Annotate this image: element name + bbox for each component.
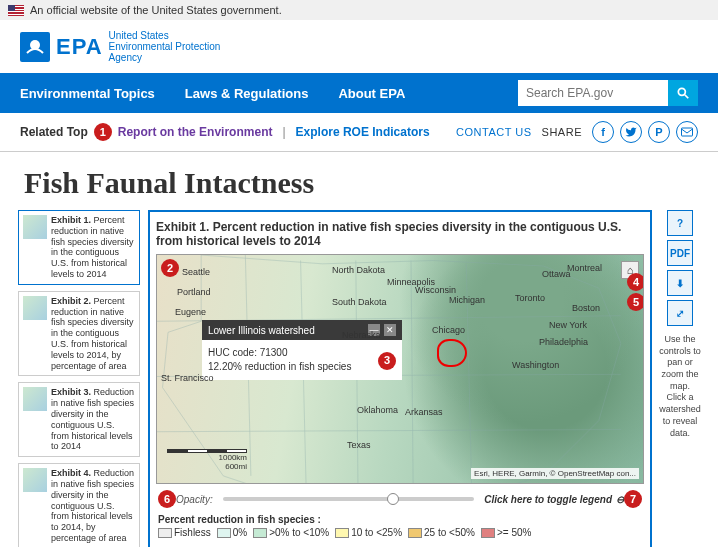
related-label: Related Top: [20, 125, 88, 139]
legend-label: >0% to <10%: [269, 527, 329, 538]
thumb-label: Exhibit 4. Reduction in native fish spec…: [51, 468, 135, 544]
legend-swatch: [481, 528, 495, 538]
map[interactable]: 2 Lower Illinois watershed — ✕ HUC code:…: [156, 254, 644, 484]
nav-item-topics[interactable]: Environmental Topics: [20, 86, 155, 101]
legend-item: Fishless: [158, 527, 211, 538]
pdf-button[interactable]: PDF: [667, 240, 693, 266]
map-attribution: Esri, HERE, Garmin, © OpenStreetMap con.…: [471, 468, 639, 479]
search-button[interactable]: [668, 80, 698, 106]
nav-item-laws[interactable]: Laws & Regulations: [185, 86, 309, 101]
exhibit-thumbnails: Exhibit 1. Percent reduction in native f…: [18, 210, 140, 547]
thumb-label: Exhibit 2. Percent reduction in native f…: [51, 296, 135, 372]
map-label: Wisconsin: [415, 285, 456, 295]
annotation-badge-5: 5: [627, 293, 644, 311]
watershed-popup: Lower Illinois watershed — ✕ HUC code: 7…: [202, 320, 402, 380]
map-label: Montreal: [567, 263, 602, 273]
right-tools: ? PDF ⬇ ⤢ Use the controls to pan or zoo…: [660, 210, 700, 547]
legend-swatch: [253, 528, 267, 538]
legend-label: >= 50%: [497, 527, 531, 538]
share-pinterest-icon[interactable]: P: [648, 121, 670, 143]
contact-us-link[interactable]: CONTACT US: [456, 126, 532, 138]
map-scale: 1000km 600mi: [167, 449, 247, 471]
epa-full-name: United States Environmental Protection A…: [109, 30, 221, 63]
exhibit-thumb-2[interactable]: Exhibit 2. Percent reduction in native f…: [18, 291, 140, 377]
share-label: SHARE: [542, 126, 582, 138]
map-label: Seattle: [182, 267, 210, 277]
opacity-label: Opacity:: [176, 494, 213, 505]
exhibit-thumb-4[interactable]: Exhibit 4. Reduction in native fish spec…: [18, 463, 140, 547]
legend-swatch: [335, 528, 349, 538]
legend-label: Fishless: [174, 527, 211, 538]
thumb-preview-icon: [23, 215, 47, 239]
map-label: St. Francisco: [161, 373, 214, 383]
map-label: Nebraska: [342, 330, 381, 340]
legend-swatch: [217, 528, 231, 538]
map-label: Boston: [572, 303, 600, 313]
share-email-icon[interactable]: [676, 121, 698, 143]
map-label: Washington: [512, 360, 559, 370]
share-twitter-icon[interactable]: [620, 121, 642, 143]
svg-rect-3: [682, 128, 693, 136]
annotation-badge-2: 2: [161, 259, 179, 277]
annotation-badge-3: 3: [378, 352, 396, 370]
map-controls-row: 6 Opacity: Click here to toggle legend ⊖…: [156, 484, 644, 510]
gov-banner-text: An official website of the United States…: [30, 4, 282, 16]
map-label: South Dakota: [332, 297, 387, 307]
link-explore-roe[interactable]: Explore ROE Indicators: [296, 125, 430, 139]
related-bar: Related Top 1 Report on the Environment …: [0, 113, 718, 152]
legend-label: 0%: [233, 527, 247, 538]
expand-button[interactable]: ⤢: [667, 300, 693, 326]
download-button[interactable]: ⬇: [667, 270, 693, 296]
annotation-badge-1: 1: [94, 123, 112, 141]
search-input[interactable]: [518, 80, 668, 106]
page-title: Fish Faunal Intactness: [0, 152, 718, 210]
opacity-slider-thumb[interactable]: [387, 493, 399, 505]
thumb-label: Exhibit 1. Percent reduction in native f…: [51, 215, 135, 280]
gov-banner: An official website of the United States…: [0, 0, 718, 20]
link-report-environment[interactable]: Report on the Environment: [118, 125, 273, 139]
legend-title: Percent reduction in fish species :: [158, 514, 642, 525]
help-button[interactable]: ?: [667, 210, 693, 236]
annotation-badge-7: 7: [624, 490, 642, 508]
exhibit-thumb-3[interactable]: Exhibit 3. Reduction in native fish spec…: [18, 382, 140, 457]
legend-item: 0%: [217, 527, 247, 538]
nav-links: Environmental Topics Laws & Regulations …: [20, 86, 405, 101]
exhibit-panel: Exhibit 1. Percent reduction in native f…: [148, 210, 652, 547]
legend-item: 10 to <25%: [335, 527, 402, 538]
exhibit-title: Exhibit 1. Percent reduction in native f…: [156, 218, 644, 254]
epa-logo[interactable]: EPA United States Environmental Protecti…: [20, 30, 220, 63]
thumb-preview-icon: [23, 296, 47, 320]
map-label: Philadelphia: [539, 337, 588, 347]
epa-acronym: EPA: [56, 34, 103, 60]
map-label: Texas: [347, 440, 371, 450]
toggle-legend-link[interactable]: Click here to toggle legend ⊖: [484, 494, 624, 505]
map-label: Portland: [177, 287, 211, 297]
main-nav: Environmental Topics Laws & Regulations …: [0, 73, 718, 113]
svg-line-7: [411, 261, 413, 484]
svg-line-11: [157, 430, 621, 432]
epa-seal-icon: [20, 32, 50, 62]
svg-line-2: [685, 95, 689, 99]
legend-swatch: [158, 528, 172, 538]
search-form: [518, 80, 698, 106]
map-label: Eugene: [175, 307, 206, 317]
map-legend: Percent reduction in fish species : Fish…: [156, 510, 644, 542]
opacity-slider[interactable]: [223, 497, 475, 501]
svg-point-1: [678, 88, 685, 95]
collapse-icon: ⊖: [616, 494, 624, 505]
popup-close-icon[interactable]: ✕: [384, 324, 396, 336]
map-label: Arkansas: [405, 407, 443, 417]
legend-swatch: [408, 528, 422, 538]
popup-huc-label: HUC code:: [208, 347, 260, 358]
help-text: Use the controls to pan or zoom the map.…: [659, 330, 701, 443]
nav-item-about[interactable]: About EPA: [338, 86, 405, 101]
selected-watershed-outline: [437, 339, 467, 367]
site-header: EPA United States Environmental Protecti…: [0, 20, 718, 73]
share-facebook-icon[interactable]: f: [592, 121, 614, 143]
exhibit-thumb-1[interactable]: Exhibit 1. Percent reduction in native f…: [18, 210, 140, 285]
map-label: North Dakota: [332, 265, 385, 275]
popup-huc-code: 71300: [260, 347, 288, 358]
legend-item: >0% to <10%: [253, 527, 329, 538]
annotation-badge-6: 6: [158, 490, 176, 508]
thumb-label: Exhibit 3. Reduction in native fish spec…: [51, 387, 135, 452]
